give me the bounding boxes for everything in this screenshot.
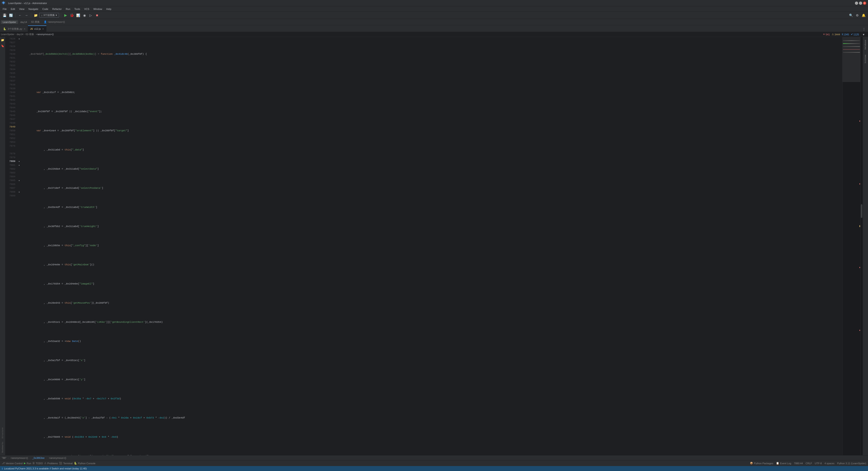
toolbar-profile[interactable]: 📊 bbox=[75, 12, 81, 18]
run-icon-small: ▶ bbox=[24, 462, 26, 465]
vertical-scrollbar[interactable] bbox=[860, 37, 863, 455]
window-close[interactable]: ✕ bbox=[863, 2, 866, 5]
toolbar-run[interactable]: ▶ bbox=[63, 12, 68, 18]
menu-run[interactable]: Run bbox=[64, 7, 72, 11]
gutter-7839 bbox=[17, 87, 21, 91]
menu-help[interactable]: Help bbox=[104, 7, 113, 11]
status-encoding[interactable]: UTF-8 bbox=[815, 462, 822, 465]
indicators-expand[interactable]: ▾ bbox=[861, 32, 866, 37]
toolbar-save[interactable]: 💾 bbox=[2, 12, 7, 18]
gutter-7886 bbox=[17, 182, 21, 186]
tab-js-icon: JS bbox=[30, 28, 33, 30]
minimap[interactable] bbox=[842, 37, 860, 455]
git-icon: ⎇ bbox=[2, 462, 5, 465]
line-num-7853: 7853 bbox=[7, 140, 15, 144]
toolbar-stop[interactable]: ■ bbox=[94, 12, 100, 18]
info-count[interactable]: ℹ 1345 bbox=[842, 33, 849, 36]
status-right: 📦 Python Packages 📋 Event Log 7880:44 CR… bbox=[750, 462, 866, 465]
tab-py-file[interactable]: 🐍 3个别替换.py ✕ bbox=[1, 26, 28, 32]
menu-refactor[interactable]: Refactor bbox=[51, 7, 64, 11]
code-line-7834: , _0xd3e4df = _0x311abd['trueWidth'] bbox=[22, 205, 841, 209]
error-count[interactable]: ✕ 541 bbox=[823, 33, 830, 36]
notification-text: Localized PyCharm 2021.3.3 is available … bbox=[4, 467, 87, 470]
line-num-7838: 7838 bbox=[7, 83, 15, 87]
right-sidebar-sciview[interactable]: SciView bbox=[863, 52, 868, 66]
window-maximize[interactable]: □ bbox=[859, 2, 862, 5]
breadcrumb: LearnSpider › day14 › 02-替换 › <anonymous… bbox=[1, 33, 54, 36]
gutter-fold-7880[interactable]: ▾ bbox=[17, 160, 21, 163]
toolbar-debug[interactable]: 🐞 bbox=[69, 12, 74, 18]
line-num-7880: 7880 bbox=[7, 160, 15, 163]
toolbar-forward[interactable]: → bbox=[24, 12, 29, 18]
status-run-btn[interactable]: ▶ Run bbox=[24, 462, 31, 465]
warning-count[interactable]: ⚠ 3444 bbox=[832, 33, 840, 36]
scrollbar-thumb[interactable] bbox=[861, 204, 862, 218]
menu-tools[interactable]: Tools bbox=[72, 7, 82, 11]
gutter-fold-7885[interactable]: ▾ bbox=[17, 179, 21, 182]
gutter-7850 bbox=[17, 129, 21, 133]
gutter-fold-7826[interactable]: ▾ bbox=[17, 37, 21, 41]
menu-view[interactable]: View bbox=[18, 7, 26, 11]
toolbar-replace-btn[interactable]: ↕ 3个别替换 ▾ bbox=[39, 13, 59, 18]
menu-vcs[interactable]: VCS bbox=[83, 7, 91, 11]
editor-container: 7826 7827 7828 7829 7830 7831 7832 7833 … bbox=[5, 37, 863, 455]
gutter-7846 bbox=[17, 113, 21, 117]
status-indent[interactable]: 4 spaces bbox=[825, 462, 834, 465]
gutter-fold-7888[interactable]: ▾ bbox=[17, 190, 21, 194]
gutter-7847 bbox=[17, 117, 21, 121]
menu-edit[interactable]: Edit bbox=[9, 7, 17, 11]
toolbar-run-with-coverage[interactable]: ▷ bbox=[88, 12, 94, 18]
toolbar-search[interactable]: 🔍 bbox=[848, 12, 854, 18]
toolbar-sync[interactable]: 🔄 bbox=[8, 12, 13, 18]
line-num-7884: 7884 bbox=[7, 175, 15, 179]
toolbar-coverage[interactable]: ◉ bbox=[82, 12, 87, 18]
gutter-7835 bbox=[17, 71, 21, 75]
hint-count[interactable]: ✔ 1125 bbox=[851, 33, 859, 36]
tab-py-close[interactable]: ✕ bbox=[24, 28, 26, 30]
gutter-blank bbox=[17, 148, 21, 152]
project-tab-learnspider[interactable]: LearnSpider bbox=[1, 20, 18, 24]
toolbar-settings[interactable]: ⚙ bbox=[855, 12, 860, 18]
gutter-7882 bbox=[17, 167, 21, 171]
status-python-console-btn[interactable]: 🐍 Python Console bbox=[74, 462, 96, 465]
line-num-7845: 7845 bbox=[7, 110, 15, 113]
gutter-7827 bbox=[17, 41, 21, 44]
project-tab-day14[interactable]: day14 bbox=[19, 20, 29, 24]
toolbar-breadcrumb-toggle[interactable]: 📁 bbox=[33, 12, 38, 18]
status-position[interactable]: 7880:44 bbox=[794, 462, 803, 465]
tab-js-file[interactable]: JS v12.js ✕ bbox=[28, 26, 46, 32]
status-event-log[interactable]: 📋 Event Log bbox=[776, 462, 792, 465]
window-minimize[interactable]: ─ bbox=[855, 2, 858, 5]
line-num-7886: 7886 bbox=[7, 182, 15, 186]
left-panel-structure-label[interactable]: Structure bbox=[2, 427, 4, 439]
left-panel-project[interactable]: 📁 bbox=[0, 38, 5, 42]
menu-code[interactable]: Code bbox=[40, 7, 50, 11]
code-editor[interactable]: _0x379d2f[_0x3d50b3(0x7c3)][_0x3d50b3(0x… bbox=[21, 37, 842, 455]
line-numbers: 7826 7827 7828 7829 7830 7831 7832 7833 … bbox=[5, 37, 17, 455]
left-panel-bookmarks-label[interactable]: Bookmarks bbox=[2, 441, 4, 453]
status-git[interactable]: ⎇ Version Control bbox=[2, 462, 23, 465]
status-problems-btn[interactable]: ⚠ Problems bbox=[44, 462, 58, 465]
status-python-version[interactable]: Python 3.11 (LearnSpider) bbox=[837, 462, 866, 465]
tab-js-close[interactable]: ✕ bbox=[42, 28, 44, 30]
toolbar-back[interactable]: ← bbox=[18, 12, 23, 18]
title-bar: 🕷 LearnSpider - v12.js - Administrator ─… bbox=[0, 0, 868, 6]
replace-icon: ↕ bbox=[41, 14, 42, 17]
project-tab-changelist[interactable]: 02-替换 bbox=[29, 20, 41, 24]
toolbar-notifications[interactable]: 🔔 bbox=[861, 12, 866, 18]
tab-settings[interactable]: ⋮ bbox=[861, 26, 867, 32]
menu-navigate[interactable]: Navigate bbox=[27, 7, 40, 11]
menu-window[interactable]: Window bbox=[92, 7, 104, 11]
status-line-ending[interactable]: CRLF bbox=[806, 462, 812, 465]
gutter-7844 bbox=[17, 106, 21, 110]
status-terminal-btn[interactable]: ⬛ Terminal bbox=[59, 462, 72, 465]
project-tab-user[interactable]: 👤 <anonymous>() bbox=[42, 20, 67, 24]
right-sidebar-database[interactable]: Database bbox=[863, 38, 868, 52]
code-line-7826: _0x379d2f[_0x3d50b3(0x7c3)][_0x3d50b3(0x… bbox=[22, 52, 841, 56]
gutter-fold-7881[interactable]: ▾ bbox=[17, 163, 21, 167]
menu-file[interactable]: File bbox=[1, 7, 8, 11]
left-panel-bookmarks[interactable]: 🔖 bbox=[0, 44, 5, 48]
status-python-packages[interactable]: 📦 Python Packages bbox=[750, 462, 773, 465]
gutter-7878 bbox=[17, 152, 21, 156]
status-todo-btn[interactable]: ☰ TODO bbox=[32, 462, 43, 465]
